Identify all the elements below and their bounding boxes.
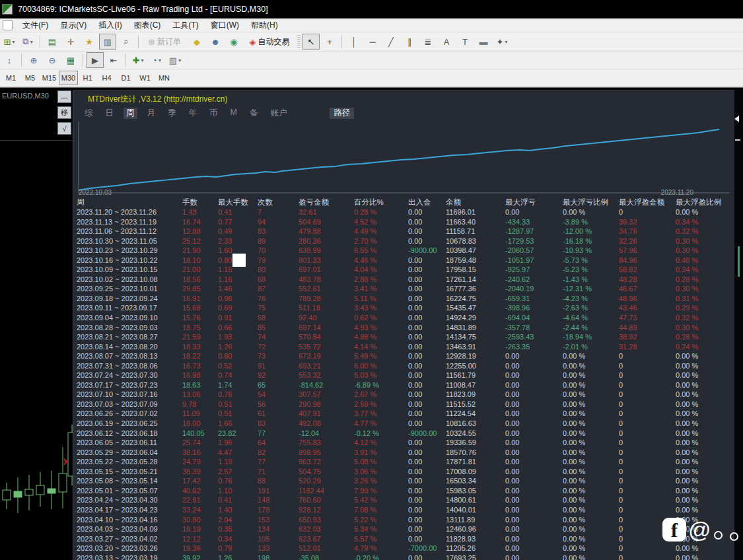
new-order-button[interactable]: ⊕新订单 — [142, 34, 187, 50]
table-row[interactable]: 2023.07.17 ~ 2023.07.2318.631.7465-814.6… — [73, 380, 734, 390]
tile-windows-button[interactable]: ▦ — [62, 52, 79, 68]
table-row[interactable]: 2023.05.15 ~ 2023.05.2138.392.5771504.75… — [73, 467, 734, 477]
cursor-button[interactable]: ↖ — [302, 34, 320, 50]
table-row[interactable]: 2023.04.17 ~ 2023.04.2333.241.40178928.1… — [73, 505, 734, 515]
timeframe-m15[interactable]: M15 — [40, 71, 59, 85]
periods-button[interactable]: ◔▾ — [148, 52, 165, 68]
table-row[interactable]: 2023.08.28 ~ 2023.09.0318.750.6685697.14… — [73, 323, 734, 333]
table-row[interactable]: 2023.08.21 ~ 2023.08.2721.591.9374570.84… — [73, 332, 734, 342]
table-row[interactable]: 2023.09.04 ~ 2023.09.1015.760.915892.400… — [73, 313, 734, 323]
path-button[interactable]: 路径 — [330, 108, 354, 119]
tab-周[interactable]: 周 — [124, 108, 137, 119]
auto-scroll-button[interactable]: ▶ — [87, 52, 104, 68]
trendline-button[interactable]: ╱ — [382, 34, 400, 50]
zoom-out-button[interactable]: ⊖ — [44, 52, 61, 68]
new-chart-button[interactable]: ⊞▾ — [1, 34, 18, 50]
table-row[interactable]: 2023.10.23 ~ 2023.10.2921.901.6070638.99… — [73, 246, 734, 256]
menu-item-显[interactable]: 显示(V) — [54, 19, 92, 32]
tab-季[interactable]: 季 — [165, 108, 179, 119]
scrollbar-segment[interactable] — [738, 246, 740, 277]
autotrading-button[interactable]: ◈自动交易 — [244, 34, 295, 50]
strategy-tester-button[interactable]: ⌕ — [118, 34, 135, 50]
table-row[interactable]: 2023.06.05 ~ 2023.06.1125.741.9664755.83… — [73, 438, 734, 448]
panel-move-button[interactable]: 移 — [57, 106, 71, 119]
table-row[interactable]: 2023.04.10 ~ 2023.04.1630.802.04153650.9… — [73, 515, 734, 525]
table-row[interactable]: 2023.11.06 ~ 2023.11.1212.880.4983479.88… — [73, 227, 734, 236]
horizontal-line-button[interactable]: ─ — [364, 34, 381, 50]
table-row[interactable]: 2023.10.09 ~ 2023.10.1521.001.1580697.01… — [73, 265, 734, 275]
market-watch-button[interactable]: ▤ — [44, 34, 61, 50]
table-row[interactable]: 2023.03.13 ~ 2023.03.1939.921.26198-35.0… — [73, 553, 734, 560]
table-row[interactable]: 2023.08.07 ~ 2023.08.1318.220.8073673.19… — [73, 351, 734, 361]
menu-item-帮[interactable]: 帮助(H) — [245, 19, 284, 32]
panel-check-button[interactable]: √ — [57, 122, 71, 135]
equidistant-channel-button[interactable]: ∥ — [401, 34, 418, 50]
menu-item-工[interactable]: 工具(T) — [166, 19, 204, 32]
chart-mode-button[interactable]: ↕ — [1, 52, 18, 68]
table-row[interactable]: 2023.04.03 ~ 2023.04.0919.190.35134632.0… — [73, 524, 734, 534]
timeframe-h1[interactable]: H1 — [78, 71, 97, 85]
shapes-button[interactable]: ▬ — [475, 34, 492, 50]
table-row[interactable]: 2023.11.13 ~ 2023.11.1916.740.7794504.69… — [73, 217, 734, 227]
text-button[interactable]: A — [438, 34, 455, 50]
tab-月[interactable]: 月 — [145, 108, 159, 119]
navigator-button[interactable]: ✛ — [62, 34, 79, 50]
timeframe-d1[interactable]: D1 — [116, 71, 135, 85]
tab-年[interactable]: 年 — [186, 108, 200, 119]
table-row[interactable]: 2023.06.12 ~ 2023.06.18140.0523.8277-12.… — [73, 429, 734, 438]
menu-item-文[interactable]: 文件(F) — [17, 19, 54, 32]
tab-综[interactable]: 综 — [82, 108, 96, 119]
tab-M[interactable]: M — [228, 108, 240, 119]
chart-shift-button[interactable]: ⇤ — [105, 52, 122, 68]
table-row[interactable]: 2023.10.30 ~ 2023.11.0525.122.3389280.36… — [73, 236, 734, 246]
table-row[interactable]: 2023.05.08 ~ 2023.05.1417.420.7688520.29… — [73, 476, 734, 486]
timeframe-m1[interactable]: M1 — [1, 71, 20, 85]
table-row[interactable]: 2023.06.19 ~ 2023.06.2518.001.6683492.08… — [73, 419, 734, 429]
news-speaker-icon[interactable]: ◉ — [225, 34, 242, 50]
community-icon[interactable]: ☻ — [207, 34, 224, 50]
vertical-line-button[interactable]: │ — [345, 34, 363, 50]
table-row[interactable]: 2023.09.11 ~ 2023.09.1715.680.6975511.18… — [73, 303, 734, 313]
zoom-in-button[interactable]: ⊕ — [25, 52, 42, 68]
timeframe-h4[interactable]: H4 — [97, 71, 116, 85]
menu-item-图[interactable]: 图表(C) — [128, 19, 167, 32]
table-row[interactable]: 2023.06.26 ~ 2023.07.0211.090.5161407.91… — [73, 409, 734, 419]
table-row[interactable]: 2023.08.14 ~ 2023.08.2018.331.2672535.72… — [73, 342, 734, 352]
table-row[interactable]: 2023.05.01 ~ 2023.05.0740.621.101911182.… — [73, 486, 734, 496]
tab-账户[interactable]: 账户 — [267, 108, 289, 119]
table-row[interactable]: 2023.05.22 ~ 2023.05.2824.791.1977863.72… — [73, 457, 734, 467]
depth-of-market-icon[interactable]: ◆ — [188, 34, 205, 50]
table-row[interactable]: 2023.07.24 ~ 2023.07.3016.980.7492553.32… — [73, 370, 734, 380]
table-row[interactable]: 2023.03.27 ~ 2023.04.0212.120.34105623.6… — [73, 534, 734, 544]
table-row[interactable]: 2023.10.16 ~ 2023.10.2218.100.8079801.33… — [73, 256, 734, 265]
table-row[interactable]: 2023.07.03 ~ 2023.07.099.780.5156290.982… — [73, 400, 734, 409]
table-row[interactable]: 2023.10.02 ~ 2023.10.0818.561.1668483.78… — [73, 275, 734, 285]
tab-币[interactable]: 币 — [207, 108, 221, 119]
templates-button[interactable]: ▨▾ — [166, 52, 184, 68]
table-row[interactable]: 2023.05.29 ~ 2023.06.0438.164.4782898.95… — [73, 448, 734, 458]
tab-日[interactable]: 日 — [103, 108, 117, 119]
panel-minimize-button[interactable]: — — [57, 90, 71, 103]
chart-profiles-button[interactable]: ⧉▾ — [19, 34, 36, 50]
tab-备[interactable]: 备 — [247, 108, 261, 119]
indicators-button[interactable]: ✚▾ — [129, 52, 147, 68]
table-row[interactable]: 2023.07.31 ~ 2023.08.0616.730.5291693.21… — [73, 361, 734, 371]
table-row[interactable]: 2023.11.20 ~ 2023.11.261.430.41732.610.2… — [73, 207, 734, 217]
menu-item-插[interactable]: 插入(I) — [92, 19, 127, 32]
menu-item-窗[interactable]: 窗口(W) — [205, 19, 245, 32]
text-label-button[interactable]: T — [456, 34, 474, 50]
timeframe-m5[interactable]: M5 — [20, 71, 40, 85]
table-row[interactable]: 2023.09.18 ~ 2023.09.2416.910.9676789.28… — [73, 294, 734, 304]
table-row[interactable]: 2023.03.20 ~ 2023.03.2619.360.79133512.0… — [73, 543, 734, 553]
history-center-button[interactable]: ★ — [81, 34, 98, 50]
arrows-button[interactable]: ✦▾ — [493, 34, 511, 50]
timeframe-mn[interactable]: MN — [155, 71, 174, 85]
crosshair-button[interactable]: + — [321, 34, 338, 50]
table-row[interactable]: 2023.09.25 ~ 2023.10.0129.851.4687552.61… — [73, 284, 734, 294]
timeframe-m30[interactable]: M30 — [59, 71, 78, 85]
table-row[interactable]: 2023.04.24 ~ 2023.04.3022.910.41148760.6… — [73, 495, 734, 505]
table-row[interactable]: 2023.07.10 ~ 2023.07.1613.060.7654307.57… — [73, 390, 734, 400]
fibonacci-button[interactable]: ≣ — [419, 34, 437, 50]
timeframe-w1[interactable]: W1 — [135, 71, 155, 85]
terminal-button[interactable]: ▥ — [99, 34, 116, 50]
